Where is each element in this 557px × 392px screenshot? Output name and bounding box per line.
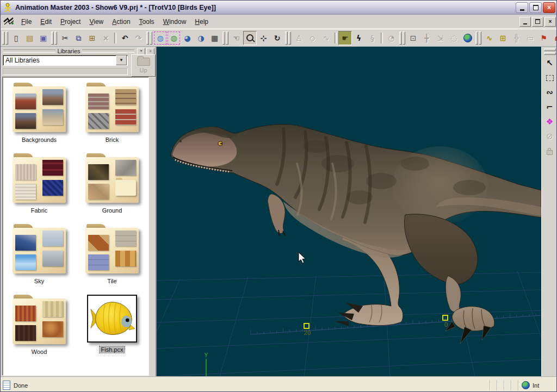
- close-button[interactable]: ×: [543, 2, 555, 13]
- minimize-button[interactable]: [516, 2, 528, 13]
- ruler-button[interactable]: ▭: [523, 31, 537, 45]
- library-item-label[interactable]: Ground: [101, 207, 124, 214]
- restore-button[interactable]: [529, 2, 542, 13]
- turn-view-button[interactable]: ↻: [270, 31, 284, 45]
- folder-icon[interactable]: [85, 224, 139, 274]
- folder-icon[interactable]: [13, 224, 66, 274]
- snap-grid-button[interactable]: ╬: [510, 31, 523, 45]
- palette-button[interactable]: ◔: [385, 31, 398, 45]
- mdi-close-button[interactable]: ×: [544, 17, 556, 27]
- toolbar-grip[interactable]: [285, 32, 291, 45]
- dynamics-mode-button[interactable]: §: [366, 31, 379, 45]
- paste-button[interactable]: ⊞: [85, 31, 99, 45]
- open-button[interactable]: ▤: [23, 31, 36, 45]
- library-item-tile[interactable]: Tile: [76, 224, 148, 295]
- scale-button[interactable]: ⇲: [434, 31, 447, 45]
- library-item-brick[interactable]: Brick: [76, 83, 148, 153]
- preview-animation-button[interactable]: ▦: [208, 31, 221, 45]
- toolbar-grip[interactable]: [51, 32, 57, 45]
- app-menu-icon[interactable]: [3, 17, 14, 26]
- library-list[interactable]: Backgrounds Brick: [2, 77, 149, 376]
- library-item-label[interactable]: Brick: [104, 136, 120, 143]
- toolbar-grip[interactable]: [475, 32, 481, 45]
- panel-close-button[interactable]: x: [146, 48, 154, 55]
- render-mode-button[interactable]: ◍: [153, 31, 167, 45]
- zoom-button[interactable]: [243, 31, 257, 45]
- library-item-label[interactable]: Sky: [33, 278, 46, 284]
- folder-icon[interactable]: [13, 83, 66, 133]
- toolbar-grip[interactable]: [544, 52, 556, 55]
- toolbar-grip[interactable]: [222, 32, 228, 45]
- key-bone-button[interactable]: ∿: [482, 31, 496, 45]
- mdi-restore-button[interactable]: [532, 17, 543, 27]
- patch-select-tool[interactable]: ❖: [542, 115, 557, 129]
- undo-button[interactable]: ↶: [118, 31, 132, 45]
- folder-icon[interactable]: [13, 153, 66, 203]
- library-item-label[interactable]: Fish.pcx: [100, 346, 125, 353]
- menu-view[interactable]: View: [85, 16, 107, 27]
- library-item-ground[interactable]: Ground: [76, 153, 148, 224]
- folder-icon[interactable]: [85, 153, 139, 203]
- menu-help[interactable]: Help: [191, 16, 212, 27]
- birds-eye-view[interactable]: 200Y: [157, 47, 541, 376]
- up-folder-button[interactable]: Up: [131, 54, 156, 77]
- muscle-mode-button[interactable]: ☛: [338, 31, 352, 45]
- mdi-minimize-button[interactable]: [519, 17, 531, 27]
- bound-manipulator-button[interactable]: ⊡: [406, 31, 420, 45]
- menu-action[interactable]: Action: [108, 16, 134, 27]
- copy-button[interactable]: ⧉: [72, 31, 85, 45]
- translate-button[interactable]: ╋: [420, 31, 434, 45]
- library-item-backgrounds[interactable]: Backgrounds: [3, 83, 76, 153]
- menu-file[interactable]: File: [17, 16, 35, 27]
- select-tool[interactable]: ↖: [542, 56, 557, 70]
- marquee-tool[interactable]: [542, 71, 557, 85]
- library-item-fabric[interactable]: Fabric: [3, 153, 76, 224]
- library-item-label[interactable]: Fabric: [29, 207, 49, 214]
- menu-edit[interactable]: Edit: [36, 16, 55, 27]
- rotate-button[interactable]: ◌: [447, 31, 461, 45]
- library-item-wood[interactable]: Wood: [3, 295, 76, 365]
- lasso-tool[interactable]: ∾: [542, 85, 557, 99]
- panel-collapse-button[interactable]: ▾: [137, 48, 145, 55]
- toolbar-grip[interactable]: [544, 48, 556, 51]
- quick-render-button[interactable]: ◍: [167, 31, 181, 45]
- library-item-label[interactable]: Tile: [106, 278, 118, 284]
- snap-magnet-button[interactable]: ∩: [550, 31, 557, 45]
- libraries-panel-header[interactable]: Libraries ▾ x: [1, 47, 156, 55]
- hide-tool[interactable]: ⊘: [542, 129, 557, 144]
- folder-icon[interactable]: [13, 295, 66, 345]
- toolbar-grip[interactable]: [2, 32, 8, 45]
- library-item-sky[interactable]: Sky: [3, 224, 76, 295]
- points-mode-button[interactable]: ◇: [306, 31, 319, 45]
- zoom-fit-button[interactable]: ⊹: [257, 31, 270, 45]
- menu-tools[interactable]: Tools: [135, 16, 158, 27]
- redo-button[interactable]: ↷: [132, 31, 145, 45]
- library-item-label[interactable]: Wood: [30, 349, 49, 355]
- key-frame-button[interactable]: ⊞: [496, 31, 510, 45]
- title-bar[interactable]: Animation Master 2003 - Show6 V9.prj * -…: [1, 1, 557, 15]
- menu-project[interactable]: Project: [57, 16, 84, 27]
- move-view-button[interactable]: ☜: [230, 31, 243, 45]
- menu-window[interactable]: Window: [159, 16, 190, 27]
- new-button[interactable]: ▯: [9, 31, 23, 45]
- save-all-button[interactable]: ▣: [36, 31, 50, 45]
- folder-icon[interactable]: [85, 83, 139, 133]
- lock-tool[interactable]: [542, 144, 557, 158]
- image-thumbnail[interactable]: [87, 295, 137, 343]
- delete-button[interactable]: ×: [99, 31, 113, 45]
- toolbar-grip[interactable]: [146, 32, 152, 45]
- viewport-canvas[interactable]: 200Y: [156, 47, 541, 377]
- bones-mode-button[interactable]: ∿: [319, 31, 333, 45]
- render-to-file-button[interactable]: ◕: [181, 31, 194, 45]
- polygon-lasso-tool[interactable]: ⌐: [542, 100, 557, 114]
- skeletal-mode-button[interactable]: ϟ: [352, 31, 366, 45]
- render-save-button[interactable]: ◑: [194, 31, 208, 45]
- pivot-pin-button[interactable]: ⚑: [537, 31, 550, 45]
- library-item-fish-pcx[interactable]: Fish.pcx: [76, 295, 148, 365]
- toolbar-grip[interactable]: [399, 32, 405, 45]
- chevron-down-icon[interactable]: ▼: [116, 55, 127, 65]
- modeling-mode-button[interactable]: ♙: [292, 31, 306, 45]
- cut-button[interactable]: ✂: [58, 31, 72, 45]
- library-select[interactable]: All Libraries ▼: [3, 55, 128, 66]
- library-item-label[interactable]: Backgrounds: [20, 136, 58, 143]
